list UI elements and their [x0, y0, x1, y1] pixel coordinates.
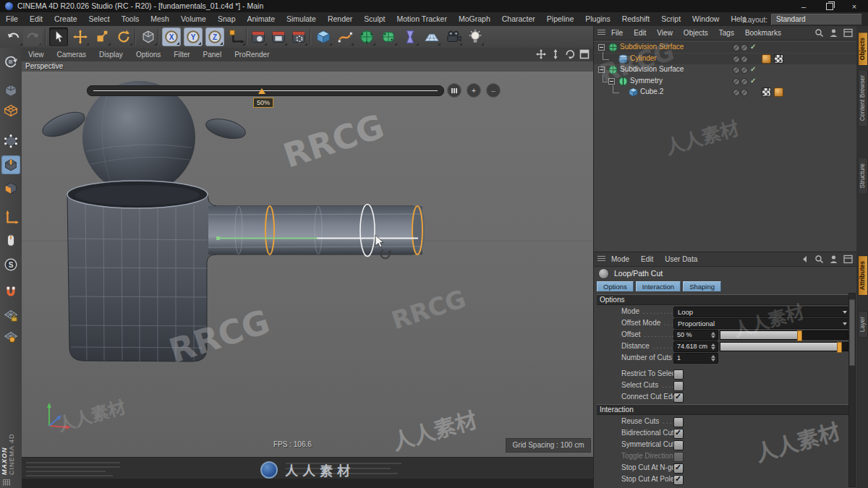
- om-menu-objects[interactable]: Objects: [684, 29, 708, 37]
- spline-pen-icon[interactable]: [336, 27, 354, 46]
- floor-icon[interactable]: [422, 27, 441, 46]
- phong-tag-icon[interactable]: [774, 87, 783, 97]
- timeline-strip[interactable]: 人人素材: [22, 457, 593, 488]
- texture-mode-icon[interactable]: [1, 101, 20, 120]
- offset-scrub-slider[interactable]: [87, 85, 444, 96]
- offset-mode-dropdown[interactable]: Proportional: [673, 318, 851, 329]
- spinner-arrows-icon[interactable]: [711, 343, 715, 350]
- panel-layout-icon[interactable]: [843, 28, 853, 38]
- tab-interaction[interactable]: Interaction: [636, 281, 681, 291]
- viewport-canvas[interactable]: 50% + – FPS : 106.6 Grid Spacing : 100 c…: [22, 72, 593, 457]
- rotate-view-icon[interactable]: [565, 49, 575, 59]
- tab-options[interactable]: Options: [597, 281, 634, 291]
- am-menu-mode[interactable]: Mode: [611, 255, 629, 263]
- render-settings-icon[interactable]: [289, 27, 308, 46]
- magnet-snap-icon[interactable]: [1, 283, 20, 302]
- menu-tools[interactable]: Tools: [116, 12, 145, 26]
- lock-y-icon[interactable]: Y: [184, 27, 203, 46]
- user-icon[interactable]: [829, 28, 838, 38]
- enabled-check[interactable]: ✓: [750, 43, 756, 51]
- menu-render[interactable]: Render: [322, 12, 358, 26]
- menu-motion-tracker[interactable]: Motion Tracker: [391, 12, 453, 26]
- visibility-dot[interactable]: [733, 78, 740, 85]
- deformers-icon[interactable]: [401, 27, 420, 46]
- panel-menu-icon[interactable]: [597, 30, 605, 36]
- stop-cut-at-pole-checkbox[interactable]: [673, 475, 684, 485]
- object-row-subdivision-surface[interactable]: Subdivision Surface✓: [594, 42, 857, 53]
- om-menu-tags[interactable]: Tags: [719, 29, 734, 37]
- toggle-view-icon[interactable]: [579, 49, 590, 59]
- spinner-arrows-icon[interactable]: [711, 332, 715, 338]
- viewport-solo-icon[interactable]: [1, 231, 20, 250]
- menu-mograph[interactable]: MoGraph: [453, 12, 496, 26]
- visibility-dot[interactable]: [741, 89, 748, 96]
- menu-sculpt[interactable]: Sculpt: [358, 12, 391, 26]
- pan-view-icon[interactable]: [536, 49, 546, 59]
- viewport-menu-options[interactable]: Options: [129, 48, 167, 61]
- increase-button[interactable]: +: [467, 83, 481, 98]
- edge-mode-icon[interactable]: [1, 155, 20, 174]
- render-view-icon[interactable]: [249, 27, 268, 46]
- visibility-dot[interactable]: [733, 67, 740, 74]
- undo-icon[interactable]: [4, 27, 23, 46]
- connect-cut-edges-checkbox[interactable]: [673, 393, 684, 403]
- expand-toggle-icon[interactable]: [608, 78, 615, 85]
- search-icon[interactable]: [814, 254, 824, 264]
- subdivision-surface-icon[interactable]: [357, 27, 376, 46]
- panel-menu-icon[interactable]: [597, 256, 605, 262]
- panel-tab-layer[interactable]: Layer: [858, 311, 868, 338]
- live-selection-icon[interactable]: [49, 27, 68, 46]
- number-of-cuts-value[interactable]: 1: [673, 353, 718, 364]
- rotate-icon[interactable]: [114, 27, 133, 46]
- om-menu-file[interactable]: File: [611, 29, 623, 37]
- menu-volume[interactable]: Volume: [175, 12, 212, 26]
- toggle-direction-checkbox[interactable]: [673, 452, 684, 462]
- scrollbar-thumb[interactable]: [849, 299, 855, 366]
- move-icon[interactable]: [71, 27, 90, 46]
- menu-mesh[interactable]: Mesh: [145, 12, 175, 26]
- slider-handle[interactable]: [258, 88, 265, 94]
- workplane-lock-icon[interactable]: [1, 307, 20, 325]
- render-picture-viewer-icon[interactable]: [269, 27, 288, 46]
- object-row-symmetry[interactable]: Symmetry✓: [594, 76, 857, 87]
- menu-window[interactable]: Window: [686, 12, 725, 26]
- enabled-check[interactable]: ✓: [750, 77, 756, 85]
- symmetrical-cut-checkbox[interactable]: [673, 440, 684, 450]
- menu-plugins[interactable]: Plugins: [579, 12, 616, 26]
- point-mode-icon[interactable]: [1, 132, 20, 150]
- menu-character[interactable]: Character: [496, 12, 541, 26]
- search-icon[interactable]: [814, 28, 824, 38]
- viewport-menu-cameras[interactable]: Cameras: [51, 48, 93, 61]
- bidirectional-cut-checkbox[interactable]: [673, 429, 684, 439]
- menu-animate[interactable]: Animate: [241, 12, 281, 26]
- minimize-button[interactable]: –: [791, 0, 816, 12]
- panel-tab-objects[interactable]: Objects: [858, 32, 868, 66]
- decrease-button[interactable]: –: [486, 83, 501, 98]
- om-menu-view[interactable]: View: [657, 29, 673, 37]
- visibility-dot[interactable]: [741, 78, 748, 85]
- viewport-menu-filter[interactable]: Filter: [167, 48, 196, 61]
- menu-select[interactable]: Select: [83, 12, 116, 26]
- enable-axis-icon[interactable]: [1, 208, 20, 227]
- lock-x-icon[interactable]: X: [162, 27, 181, 46]
- stop-cut-at-n-gon-checkbox[interactable]: [673, 463, 684, 474]
- visibility-dot[interactable]: [733, 56, 740, 63]
- viewport-menu-view[interactable]: View: [22, 48, 51, 61]
- zoom-view-icon[interactable]: [550, 49, 561, 59]
- offset-slider[interactable]: [720, 330, 848, 340]
- lock-z-icon[interactable]: Z: [205, 27, 224, 46]
- slider-handle[interactable]: [837, 342, 842, 353]
- visibility-dot[interactable]: [741, 56, 748, 63]
- history-back-icon[interactable]: [800, 254, 809, 264]
- menu-edit[interactable]: Edit: [24, 12, 48, 26]
- panel-layout-icon[interactable]: [843, 254, 853, 264]
- generators-icon[interactable]: [379, 27, 398, 46]
- menu-script[interactable]: Script: [655, 12, 686, 26]
- workplane-icon[interactable]: [1, 328, 20, 346]
- tab-shaping[interactable]: Shaping: [683, 281, 721, 291]
- redo-icon[interactable]: [23, 27, 42, 46]
- maximize-button[interactable]: [817, 0, 842, 12]
- om-menu-edit[interactable]: Edit: [634, 29, 646, 37]
- om-menu-bookmarks[interactable]: Bookmarks: [745, 29, 781, 37]
- distance-slider[interactable]: [720, 342, 848, 351]
